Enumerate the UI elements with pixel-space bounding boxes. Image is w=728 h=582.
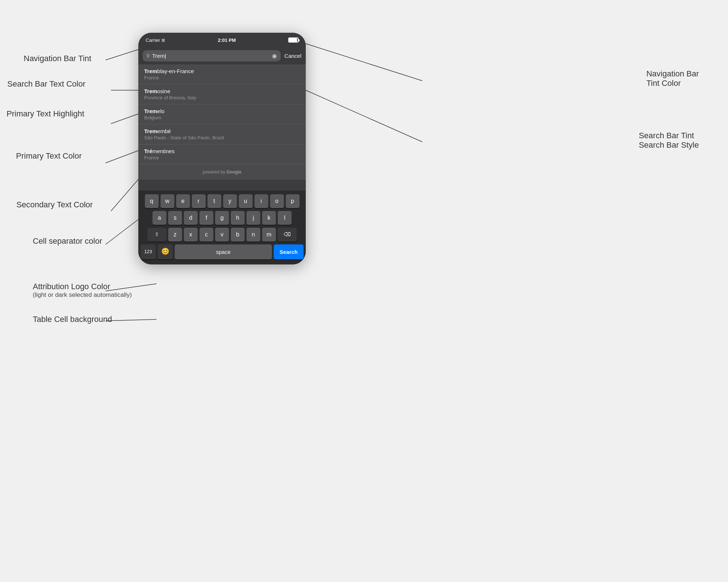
- time-label: 2:01 PM: [218, 37, 236, 43]
- key-123[interactable]: 123: [141, 244, 156, 259]
- keyboard-row-4: 123 😊 space Search: [141, 244, 304, 262]
- result-primary-3: Tremembé: [144, 128, 300, 134]
- key-s[interactable]: s: [168, 211, 182, 225]
- key-g[interactable]: g: [215, 211, 229, 225]
- key-k[interactable]: k: [262, 211, 276, 225]
- key-n[interactable]: n: [246, 228, 260, 242]
- powered-by-text: powered by: [203, 170, 225, 175]
- key-r[interactable]: r: [192, 194, 206, 208]
- label-attribution: Attribution Logo Color (light or dark se…: [33, 282, 132, 299]
- table-cell-background: [138, 180, 306, 191]
- key-p[interactable]: p: [286, 194, 300, 208]
- key-backspace[interactable]: ⌫: [278, 228, 297, 242]
- result-secondary-1: Province of Brescia, Italy: [144, 95, 300, 100]
- google-text: Google: [226, 170, 241, 175]
- search-bar-container: ⚲ Trem| ◉ Cancel: [138, 47, 306, 64]
- key-v[interactable]: v: [215, 228, 229, 242]
- result-primary-1: Tremosine: [144, 88, 300, 94]
- phone-device: Carrier ⌘ 2:01 PM ⚲ Trem| ◉ Cancel .sear…: [138, 33, 306, 264]
- key-x[interactable]: x: [184, 228, 198, 242]
- key-y[interactable]: y: [223, 194, 237, 208]
- label-primary-text: Primary Text Color: [16, 151, 82, 161]
- key-space[interactable]: space: [175, 244, 272, 259]
- key-o[interactable]: o: [270, 194, 284, 208]
- result-item-0[interactable]: Tremblay-en-France France: [138, 64, 306, 84]
- key-c[interactable]: c: [199, 228, 213, 242]
- svg-line-8: [306, 44, 422, 81]
- key-search[interactable]: Search: [274, 244, 304, 259]
- result-secondary-3: São Paulo - State of São Paulo, Brazil: [144, 135, 300, 140]
- label-cell-separator: Cell separator color: [33, 236, 102, 246]
- attribution-row: powered by Google: [138, 164, 306, 180]
- results-list: Tremblay-en-France France Tremosine Prov…: [138, 64, 306, 164]
- label-primary-highlight: Primary Text Highlight: [7, 109, 84, 119]
- result-secondary-0: France: [144, 75, 300, 80]
- status-bar: Carrier ⌘ 2:01 PM: [138, 33, 306, 47]
- key-w[interactable]: w: [161, 194, 174, 208]
- result-primary-4: Trémentines: [144, 148, 300, 154]
- carrier-label: Carrier ⌘: [146, 37, 165, 43]
- key-b[interactable]: b: [231, 228, 245, 242]
- battery-indicator: [288, 37, 298, 43]
- result-item-4[interactable]: Trémentines France: [138, 144, 306, 164]
- key-shift[interactable]: ⇧: [147, 228, 166, 242]
- result-item-2[interactable]: Tremelo Belgium: [138, 104, 306, 124]
- result-item-3[interactable]: Tremembé São Paulo - State of São Paulo,…: [138, 124, 306, 144]
- key-j[interactable]: j: [246, 211, 260, 225]
- key-m[interactable]: m: [262, 228, 276, 242]
- result-secondary-2: Belgium: [144, 115, 300, 120]
- label-nav-bar-tint-color: Navigation Bar Tint Color: [646, 69, 699, 88]
- key-h[interactable]: h: [231, 211, 245, 225]
- label-secondary-text: Secondary Text Color: [16, 200, 93, 210]
- keyboard-row-3: ⇧ z x c v b n m ⌫: [141, 228, 304, 242]
- key-d[interactable]: d: [184, 211, 198, 225]
- label-search-bar-text: Search Bar Text Color: [7, 79, 86, 89]
- key-t[interactable]: t: [207, 194, 221, 208]
- label-search-bar-tint: Search Bar Tint Search Bar Style: [639, 131, 699, 150]
- keyboard-row-2: a s d f g h j k l: [141, 211, 304, 225]
- result-primary-0: Tremblay-en-France: [144, 68, 300, 74]
- key-emoji[interactable]: 😊: [158, 244, 173, 259]
- key-i[interactable]: i: [254, 194, 268, 208]
- key-e[interactable]: e: [176, 194, 190, 208]
- search-icon: ⚲: [146, 53, 150, 59]
- key-q[interactable]: q: [145, 194, 159, 208]
- result-secondary-4: France: [144, 155, 300, 160]
- key-l[interactable]: l: [278, 211, 292, 225]
- keyboard-row-1: q w e r t y u i o p: [141, 194, 304, 208]
- key-z[interactable]: z: [168, 228, 182, 242]
- svg-line-9: [306, 90, 422, 142]
- search-input-text: Trem|: [152, 53, 270, 59]
- svg-line-7: [106, 319, 157, 321]
- key-u[interactable]: u: [239, 194, 253, 208]
- label-nav-bar-tint: Navigation Bar Tint: [24, 54, 91, 63]
- label-table-bg: Table Cell background: [33, 315, 112, 324]
- keyboard: q w e r t y u i o p a s d f g h j k l ⇧ …: [138, 191, 306, 264]
- search-input-box[interactable]: ⚲ Trem| ◉: [143, 50, 281, 61]
- key-a[interactable]: a: [153, 211, 166, 225]
- key-f[interactable]: f: [199, 211, 213, 225]
- cancel-button[interactable]: Cancel: [284, 53, 301, 59]
- battery-fill: [289, 38, 297, 42]
- result-primary-2: Tremelo: [144, 108, 300, 114]
- result-item-1[interactable]: Tremosine Province of Brescia, Italy: [138, 84, 306, 104]
- search-clear-button[interactable]: ◉: [272, 52, 277, 59]
